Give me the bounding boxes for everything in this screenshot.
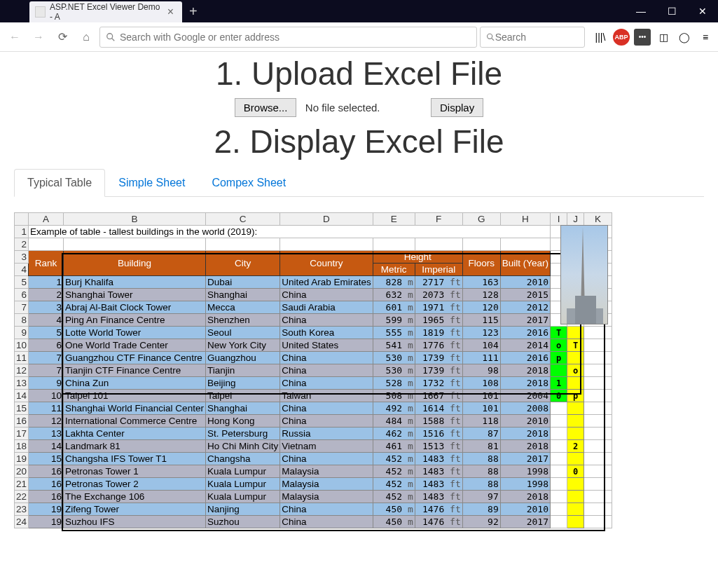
svg-point-2	[488, 34, 492, 39]
top10-label: 1	[551, 377, 567, 390]
url-input[interactable]	[120, 32, 471, 43]
browse-button[interactable]: Browse...	[235, 98, 297, 117]
top10-label: 0	[551, 390, 567, 402]
hdr-building: Building	[64, 251, 206, 276]
url-bar[interactable]	[99, 27, 477, 48]
adblock-icon[interactable]: ABP	[613, 29, 630, 46]
col-header-K[interactable]: K	[584, 213, 612, 226]
table-row[interactable]: 15 11 Shanghai World Financial Center Sh…	[15, 402, 612, 415]
svg-point-0	[107, 33, 113, 39]
col-header-D[interactable]: D	[280, 213, 373, 226]
table-row[interactable]: 11 7 Guangzhou CTF Finance Centre Guangz…	[15, 352, 612, 364]
col-header-F[interactable]: F	[415, 213, 462, 226]
tab-compex-sheet[interactable]: Compex Sheet	[198, 169, 299, 197]
toolbar-icons: |||\ ABP ••• ◫ ◯ ≡	[592, 29, 714, 46]
tab-title: ASP.NET Excel Viewer Demo - A	[50, 2, 165, 22]
hdr-built: Built (Year)	[500, 251, 550, 276]
top20-label: o	[567, 364, 584, 377]
search-bar[interactable]	[480, 27, 585, 48]
col-header-H[interactable]: H	[500, 213, 550, 226]
table-caption: Example of table - tallest buildings in …	[29, 226, 551, 238]
table-row[interactable]: 23 19 Zifeng Tower Nanjing China 450 m 1…	[15, 503, 612, 516]
col-header-E[interactable]: E	[373, 213, 415, 226]
tab-typical-table[interactable]: Typical Table	[14, 169, 105, 197]
top20-label	[567, 428, 584, 440]
svg-line-3	[492, 38, 494, 40]
account-icon[interactable]: ◯	[676, 29, 693, 46]
top10-label: o	[551, 339, 567, 352]
top10-label: T	[551, 327, 567, 339]
sidebar-icon[interactable]: ◫	[655, 29, 672, 46]
top20-label: 0	[567, 465, 584, 478]
building-image	[560, 225, 608, 324]
table-row[interactable]: 9 5 Lotte World Tower Seoul South Korea …	[15, 327, 612, 339]
window-controls: — ☐ ✕	[626, 0, 718, 22]
extension-icon[interactable]: •••	[634, 29, 651, 46]
table-row[interactable]: 22 16 The Exchange 106 Kuala Lumpur Mala…	[15, 491, 612, 503]
top20-label	[567, 415, 584, 428]
table-row[interactable]: 21 16 Petronas Tower 2 Kuala Lumpur Mala…	[15, 478, 612, 491]
table-row[interactable]: 14 10 Taipei 101 Taipei Taiwan 508 m 166…	[15, 390, 612, 402]
table-row[interactable]: 18 14 Landmark 81 Ho Chi Minh City Vietn…	[15, 440, 612, 453]
new-tab-button[interactable]: +	[182, 0, 205, 22]
table-row[interactable]: 17 13 Lakhta Center St. Petersburg Russi…	[15, 428, 612, 440]
top20-label	[567, 327, 584, 339]
table-row[interactable]: 7 3 Abraj Al-Bait Clock Tower Mecca Saud…	[15, 301, 612, 314]
browser-tab-active[interactable]: ASP.NET Excel Viewer Demo - A ×	[29, 1, 182, 22]
top20-label	[567, 453, 584, 465]
table-row[interactable]: 8 4 Ping An Finance Centre Shenzhen Chin…	[15, 314, 612, 327]
col-header-G[interactable]: G	[462, 213, 500, 226]
col-header-J[interactable]: J	[567, 213, 584, 226]
hdr-floors: Floors	[462, 251, 500, 276]
spreadsheet[interactable]: ABCDEFGHIJK1Example of table - tallest b…	[14, 212, 612, 528]
hdr-city: City	[205, 251, 279, 276]
browser-tab-strip: ASP.NET Excel Viewer Demo - A × +	[29, 0, 205, 22]
hdr-imperial: Imperial	[415, 264, 462, 276]
table-row[interactable]: 6 2 Shanghai Tower Shanghai China 632 m …	[15, 289, 612, 301]
top20-label	[567, 352, 584, 364]
col-header-I[interactable]: I	[551, 213, 567, 226]
top10-label	[551, 364, 567, 377]
table-row[interactable]: 12 7 Tianjin CTF Finance Centre Tianjin …	[15, 364, 612, 377]
col-header-B[interactable]: B	[64, 213, 206, 226]
top20-label: 2	[567, 440, 584, 453]
tab-simple-sheet[interactable]: Simple Sheet	[105, 169, 198, 197]
top20-label	[567, 402, 584, 415]
col-header-A[interactable]: A	[29, 213, 64, 226]
top10-label: p	[551, 352, 567, 364]
maximize-button[interactable]: ☐	[656, 0, 687, 22]
window-titlebar: ASP.NET Excel Viewer Demo - A × + — ☐ ✕	[0, 0, 718, 22]
search-icon	[106, 32, 116, 42]
minimize-button[interactable]: —	[626, 0, 656, 22]
table-row[interactable]: 10 6 One World Trade Center New York Cit…	[15, 339, 612, 352]
reload-button[interactable]: ⟳	[52, 27, 73, 48]
forward-button[interactable]: →	[28, 27, 49, 48]
back-button[interactable]: ←	[4, 27, 25, 48]
search-input[interactable]	[495, 32, 579, 43]
hdr-metric: Metric	[373, 264, 415, 276]
top20-label	[567, 478, 584, 491]
svg-line-1	[112, 38, 115, 41]
display-button[interactable]: Display	[431, 98, 483, 117]
close-tab-icon[interactable]: ×	[165, 6, 177, 18]
spreadsheet-container: ABCDEFGHIJK1Example of table - tallest b…	[14, 212, 704, 528]
page-content: 1. Upload Excel File Browse... No file s…	[0, 52, 718, 588]
col-header-C[interactable]: C	[205, 213, 279, 226]
top20-label: p	[567, 390, 584, 402]
table-row[interactable]: 19 15 Changsha IFS Tower T1 Changsha Chi…	[15, 453, 612, 465]
table-row[interactable]: 13 9 China Zun Beijing China 528 m 1732 …	[15, 377, 612, 390]
browser-navbar: ← → ⟳ ⌂ |||\ ABP ••• ◫ ◯ ≡	[0, 22, 718, 52]
menu-icon[interactable]: ≡	[697, 29, 714, 46]
home-button[interactable]: ⌂	[76, 27, 97, 48]
table-row[interactable]: 5 1 Burj Khalifa Dubai United Arab Emira…	[15, 276, 612, 289]
top20-label	[567, 377, 584, 390]
close-window-button[interactable]: ✕	[687, 0, 718, 22]
top20-label	[567, 516, 584, 528]
table-row[interactable]: 20 16 Petronas Tower 1 Kuala Lumpur Mala…	[15, 465, 612, 478]
heading-upload: 1. Upload Excel File	[14, 55, 704, 93]
table-row[interactable]: 16 12 International Commerce Centre Hong…	[15, 415, 612, 428]
library-icon[interactable]: |||\	[592, 29, 609, 46]
table-row[interactable]: 24 19 Suzhou IFS Suzhou China 450 m 1476…	[15, 516, 612, 528]
hdr-country: Country	[280, 251, 373, 276]
upload-controls: Browse... No file selected. Display	[14, 98, 704, 117]
